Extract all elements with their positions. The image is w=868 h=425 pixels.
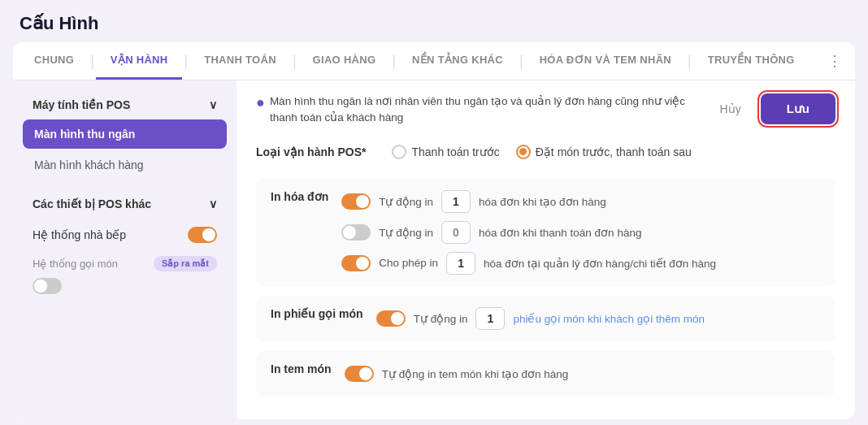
print-row-1: Tự động in 1 hóa đơn khi tạo đơn hàng	[341, 190, 821, 213]
sidebar-group-1: Máy tính tiền POS ∨ Màn hình thu ngân Mà…	[23, 90, 227, 180]
radio-dat-mon-truoc-label: Đặt món trước, thanh toán sau	[536, 145, 692, 158]
content-area: ● Màn hình thu ngân là nơi nhân viên thu…	[237, 80, 855, 419]
tab-hoa-don[interactable]: HÓA ĐƠN VÀ TEM NHÃN	[525, 42, 686, 80]
section-in-hoa-don: In hóa đơn Tự động in 1 hóa đơn khi tạo …	[256, 179, 835, 286]
goi-mon-toggle[interactable]	[33, 278, 62, 294]
auto-print-1-suffix: hóa đơn khi tạo đơn hàng	[479, 195, 606, 208]
content-description: ● Màn hình thu ngân là nơi nhân viên thu…	[256, 93, 694, 127]
section-in-phieu-goi-mon: In phiếu gọi món Tự động in 1 phiếu gọi …	[256, 296, 835, 341]
toggle-auto-print-1[interactable]	[341, 193, 371, 210]
goi-mon-label: Hệ thống gọi món	[33, 258, 118, 270]
sidebar-group-2-label: Các thiết bị POS khác	[33, 197, 151, 210]
section-in-tem-mon: In tem món Tự động in tem món khi tạo đơ…	[256, 351, 835, 397]
nha-bep-label: Hệ thống nhà bếp	[33, 228, 126, 241]
main-content: Máy tính tiền POS ∨ Màn hình thu ngân Mà…	[13, 80, 855, 419]
num-box-3[interactable]: 1	[446, 252, 475, 275]
tab-divider-5: |	[518, 53, 525, 70]
tab-chung[interactable]: CHUNG	[20, 42, 89, 80]
toggle-phieu-1[interactable]	[376, 310, 406, 327]
tem-prefix-1: Tự động in tem món khi tạo đơn hàng	[382, 367, 569, 380]
toggle-tem-1[interactable]	[345, 366, 374, 382]
sidebar: Máy tính tiền POS ∨ Màn hình thu ngân Mà…	[13, 80, 237, 419]
sidebar-item-man-hinh-khach-hang[interactable]: Màn hình khách hàng	[23, 150, 227, 180]
chevron-down-icon-2: ∨	[209, 197, 217, 210]
num-box-1[interactable]: 1	[441, 190, 471, 213]
tab-more-icon[interactable]: ⋮	[821, 44, 848, 78]
sidebar-toggle-row-nha-bep: Hệ thống nhà bếp	[23, 219, 227, 251]
allow-print-3-suffix: hóa đơn tại quản lý đơn hàng/chi tiết đơ…	[484, 257, 716, 270]
num-box-phieu-1[interactable]: 1	[475, 307, 505, 330]
print-tem-row-1: Tự động in tem món khi tạo đơn hàng	[345, 366, 821, 382]
auto-print-2-prefix: Tự động in	[379, 226, 433, 239]
num-box-2[interactable]: 0	[441, 221, 471, 244]
tab-divider-3: |	[291, 53, 298, 70]
header-actions: Hủy Lưu	[710, 93, 835, 124]
dot-indicator: ●	[256, 94, 265, 111]
pos-type-label: Loại vận hành POS*	[256, 145, 366, 158]
tab-van-hanh[interactable]: VẬN HÀNH	[96, 42, 183, 80]
phieu-suffix-1: phiếu gọi món khi khách gọi thêm món	[513, 312, 705, 325]
coming-soon-badge: Sắp ra mắt	[154, 256, 217, 271]
sidebar-group-2-header[interactable]: Các thiết bị POS khác ∨	[23, 189, 227, 219]
tab-thanh-toan[interactable]: THANH TOÁN	[189, 42, 291, 80]
pos-type-row: Loại vận hành POS* Thanh toán trước Đặt …	[256, 141, 835, 163]
tab-divider-2: |	[182, 53, 189, 70]
auto-print-1-prefix: Tự động in	[379, 195, 433, 208]
print-phieu-row-1: Tự động in 1 phiếu gọi món khi khách gọi…	[376, 307, 821, 330]
tab-divider-6: |	[686, 53, 693, 70]
tab-divider-4: |	[390, 53, 397, 70]
tab-divider-1: |	[89, 53, 96, 70]
content-desc-text: Màn hình thu ngân là nơi nhân viên thu n…	[270, 93, 694, 127]
in-phieu-section-inner: In phiếu gọi món Tự động in 1 phiếu gọi …	[271, 307, 821, 330]
allow-print-3-prefix: Cho phép in	[379, 257, 438, 269]
toggle-auto-print-2[interactable]	[341, 224, 371, 241]
tab-nen-tang[interactable]: NỀN TẢNG KHÁC	[397, 42, 518, 80]
phieu-prefix-1: Tự động in	[414, 312, 468, 325]
in-hoa-don-label: In hóa đơn	[271, 190, 328, 203]
section-in-hoa-don-title: In hóa đơn Tự động in 1 hóa đơn khi tạo …	[271, 190, 821, 275]
sidebar-coming-row-goi-mon: Hệ thống gọi món Sắp ra mắt	[23, 251, 227, 275]
radio-group: Thanh toán trước Đặt món trước, thanh to…	[392, 145, 691, 159]
in-phieu-label: In phiếu gọi món	[271, 307, 363, 320]
nha-bep-toggle[interactable]	[188, 227, 217, 243]
radio-dat-mon-truoc[interactable]: Đặt món trước, thanh toán sau	[516, 145, 692, 159]
print-row-2: Tự động in 0 hóa đơn khi thanh toán đơn …	[341, 221, 821, 244]
page-title: Cấu Hình	[0, 0, 868, 42]
in-tem-label: In tem món	[271, 362, 332, 375]
toggle-allow-print-3[interactable]	[341, 255, 371, 271]
radio-thanh-toan-truoc-label: Thanh toán trước	[411, 145, 499, 158]
chevron-down-icon: ∨	[209, 98, 217, 111]
radio-thanh-toan-truoc[interactable]: Thanh toán trước	[392, 145, 499, 159]
cancel-button[interactable]: Hủy	[710, 96, 751, 122]
save-button[interactable]: Lưu	[761, 93, 835, 124]
sidebar-group-1-label: Máy tính tiền POS	[33, 98, 130, 111]
sidebar-item-man-hinh-thu-ngan[interactable]: Màn hình thu ngân	[23, 119, 227, 149]
auto-print-2-suffix: hóa đơn khi thanh toán đơn hàng	[479, 226, 641, 239]
sidebar-group-1-header[interactable]: Máy tính tiền POS ∨	[23, 90, 227, 119]
in-tem-section-inner: In tem món Tự động in tem món khi tạo đơ…	[271, 362, 821, 385]
tab-giao-hang[interactable]: GIAO HÀNG	[298, 42, 391, 80]
sidebar-group-2: Các thiết bị POS khác ∨ Hệ thống nhà bếp…	[23, 189, 227, 304]
content-header: ● Màn hình thu ngân là nơi nhân viên thu…	[256, 93, 835, 127]
tabs-bar: CHUNG | VẬN HÀNH | THANH TOÁN | GIAO HÀN…	[13, 42, 855, 80]
print-row-3: Cho phép in 1 hóa đơn tại quản lý đơn hà…	[341, 252, 821, 275]
tab-truyen-thong[interactable]: TRUYỀN THÔNG	[693, 42, 809, 80]
